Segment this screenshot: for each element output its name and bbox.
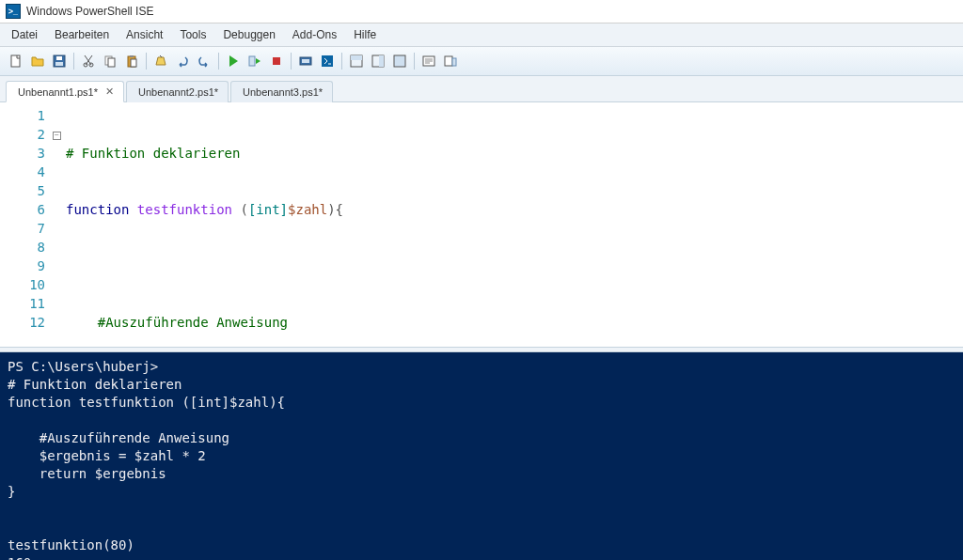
menubar: Datei Bearbeiten Ansicht Tools Debuggen … xyxy=(0,23,963,47)
menu-view[interactable]: Ansicht xyxy=(118,25,170,44)
tab-file-1[interactable]: Unbenannt1.ps1* ✕ xyxy=(6,81,124,102)
line-number-gutter: 1 2 3 4 5 6 7 8 9 10 11 12 xyxy=(0,106,53,343)
new-remote-tab-button[interactable] xyxy=(295,51,316,71)
svg-rect-14 xyxy=(302,59,309,63)
layout-script-right-button[interactable] xyxy=(368,51,388,71)
svg-rect-17 xyxy=(351,55,362,60)
menu-edit[interactable]: Bearbeiten xyxy=(47,25,117,44)
undo-button[interactable] xyxy=(172,51,193,71)
layout-script-top-button[interactable] xyxy=(346,51,367,71)
start-powershell-button[interactable] xyxy=(317,51,338,71)
tab-file-3[interactable]: Unbenannt3.ps1* xyxy=(230,81,333,102)
paste-button[interactable] xyxy=(121,51,142,71)
menu-file[interactable]: Datei xyxy=(4,25,45,44)
editor-pane[interactable]: 1 2 3 4 5 6 7 8 9 10 11 12 − # Funktion … xyxy=(0,102,963,347)
toolbar-separator xyxy=(341,53,342,70)
new-file-button[interactable] xyxy=(6,51,26,71)
tab-close-icon[interactable]: ✕ xyxy=(105,86,114,98)
menu-addons[interactable]: Add-Ons xyxy=(285,25,344,44)
console-pane[interactable]: PS C:\Users\huberj> # Funktion deklarier… xyxy=(0,352,963,560)
tab-label: Unbenannt1.ps1* xyxy=(18,86,98,98)
redo-button[interactable] xyxy=(194,51,214,71)
layout-script-max-button[interactable] xyxy=(389,51,410,71)
stop-button[interactable] xyxy=(266,51,287,71)
toolbar-separator xyxy=(414,53,415,70)
toolbar xyxy=(0,47,963,76)
toolbar-separator xyxy=(218,53,219,70)
app-icon: >_ xyxy=(6,4,21,19)
toolbar-separator xyxy=(291,53,292,70)
tab-label: Unbenannt3.ps1* xyxy=(243,86,323,98)
svg-rect-2 xyxy=(56,56,62,60)
fold-toggle-icon[interactable]: − xyxy=(53,132,61,140)
svg-rect-7 xyxy=(108,58,115,67)
open-file-button[interactable] xyxy=(27,51,48,71)
svg-rect-10 xyxy=(131,59,136,67)
show-command-button[interactable] xyxy=(418,51,439,71)
svg-rect-12 xyxy=(273,57,280,65)
save-button[interactable] xyxy=(49,51,70,71)
show-command-addon-button[interactable] xyxy=(440,51,461,71)
toolbar-separator xyxy=(146,53,147,70)
cut-button[interactable] xyxy=(78,51,99,71)
svg-rect-19 xyxy=(379,55,384,67)
menu-debug[interactable]: Debuggen xyxy=(215,25,282,44)
copy-button[interactable] xyxy=(100,51,120,71)
svg-rect-11 xyxy=(249,56,255,66)
svg-rect-0 xyxy=(11,55,20,67)
svg-rect-9 xyxy=(130,55,134,57)
run-selection-button[interactable] xyxy=(245,51,265,71)
titlebar: >_ Windows PowerShell ISE xyxy=(0,0,963,23)
run-button[interactable] xyxy=(223,51,244,71)
tab-file-2[interactable]: Unbenannt2.ps1* xyxy=(126,81,229,102)
window-title: Windows PowerShell ISE xyxy=(26,5,153,18)
menu-help[interactable]: Hilfe xyxy=(346,25,384,44)
clear-button[interactable] xyxy=(150,51,171,71)
svg-rect-22 xyxy=(445,56,452,66)
menu-tools[interactable]: Tools xyxy=(172,25,213,44)
toolbar-separator xyxy=(73,53,74,70)
svg-rect-3 xyxy=(55,62,63,66)
tab-label: Unbenannt2.ps1* xyxy=(138,86,218,98)
fold-gutter: − xyxy=(53,106,66,343)
svg-rect-23 xyxy=(452,58,456,66)
tabbar: Unbenannt1.ps1* ✕ Unbenannt2.ps1* Unbena… xyxy=(0,76,963,102)
svg-rect-20 xyxy=(394,55,405,67)
code-area[interactable]: # Funktion deklarieren function testfunk… xyxy=(66,106,963,343)
